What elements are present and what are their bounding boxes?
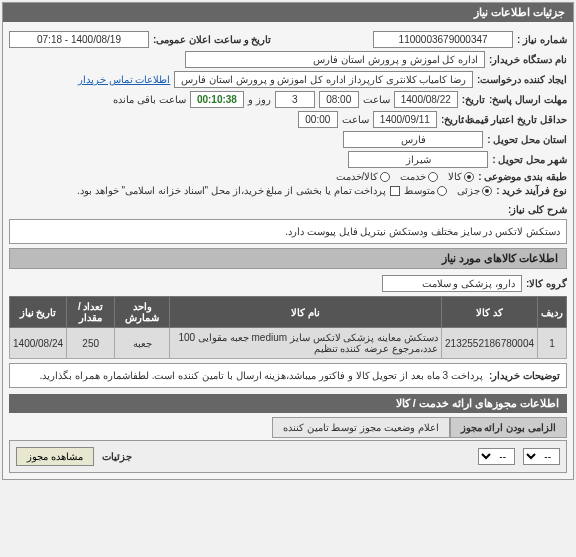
province-label: استان محل تحویل : (487, 134, 567, 145)
purchase-type-label: نوع فرآیند خرید : (496, 185, 567, 196)
validity-label: حداقل تاریخ اعتبار قیمت: (477, 114, 567, 125)
contact-buyer-link[interactable]: اطلاعات تماس خریدار (78, 74, 171, 85)
details-label: جزئیات (102, 451, 132, 462)
radio-medium-label: متوسط (404, 185, 435, 196)
need-no-value: 1100003679000347 (373, 31, 513, 48)
cell-date: 1400/08/24 (10, 328, 67, 359)
validity-until-label: تا تاریخ: (441, 114, 473, 125)
public-datetime-value: 1400/08/19 - 07:18 (9, 31, 149, 48)
treasury-checkbox[interactable] (390, 186, 400, 196)
table-row: 1 2132552186780004 دستکش معاینه پزشکی لا… (10, 328, 567, 359)
creator-label: ایجاد کننده درخواست: (477, 74, 567, 85)
category-label: طبقه بندی موضوعی : (478, 171, 567, 182)
cell-unit: جعبه (115, 328, 170, 359)
radio-goods[interactable] (464, 172, 474, 182)
purchase-type-radio-group: جزئی متوسط (404, 185, 492, 196)
need-no-label: شماره نیاز : (517, 34, 567, 45)
view-auth-button[interactable]: مشاهده مجوز (16, 447, 94, 466)
radio-service-label: خدمت (400, 171, 426, 182)
radio-service[interactable] (428, 172, 438, 182)
buyer-note-text: پرداخت 3 ماه بعد از تحویل کالا و فاکتور … (40, 370, 483, 381)
th-name: نام کالا (170, 297, 442, 328)
cell-code: 2132552186780004 (442, 328, 538, 359)
treasury-note: پرداخت تمام یا بخشی از مبلغ خرید،از محل … (77, 185, 386, 196)
validity-date-value: 1400/09/11 (373, 111, 437, 128)
remaining-label: ساعت باقی مانده (113, 94, 186, 105)
radio-medium[interactable] (437, 186, 447, 196)
reply-deadline-label: مهلت ارسال پاسخ: (489, 94, 567, 105)
items-table: ردیف کد کالا نام کالا واحد شمارش تعداد /… (9, 296, 567, 359)
group-value: دارو، پزشکی و سلامت (382, 275, 522, 292)
creator-value: رضا کامیاب کلانتری کارپرداز اداره کل امو… (174, 71, 473, 88)
remaining-value: 00:10:38 (190, 91, 244, 108)
th-qty: تعداد / مقدار (67, 297, 115, 328)
radio-goods-label: کالا (448, 171, 462, 182)
need-description: دستکش لاتکس در سایز مختلف ودستکش نیتریل … (9, 219, 567, 244)
th-unit: واحد شمارش (115, 297, 170, 328)
desc-label: شرح کلی نیاز: (508, 204, 567, 215)
days-label: روز و (248, 94, 271, 105)
items-panel-header: اطلاعات کالاهای مورد نیاز (9, 248, 567, 269)
tab-mandatory-auth[interactable]: الزامی بودن ارائه مجوز (450, 417, 567, 438)
reply-date-value: 1400/08/22 (394, 91, 458, 108)
radio-partial-label: جزئی (457, 185, 480, 196)
radio-goods-service[interactable] (380, 172, 390, 182)
days-value: 3 (275, 91, 315, 108)
cell-qty: 250 (67, 328, 115, 359)
buyer-note-label: توضیحات خریدار: (489, 370, 560, 381)
auth-select-2[interactable]: -- (478, 448, 515, 465)
auth-select-1[interactable]: -- (523, 448, 560, 465)
time-label-2: ساعت (342, 114, 369, 125)
reply-date-label: تاریخ: (462, 94, 485, 105)
auth-panel-header: اطلاعات مجوزهای ارائه خدمت / کالا (9, 394, 567, 413)
buyer-label: نام دستگاه خریدار: (489, 54, 567, 65)
group-label: گروه کالا: (526, 278, 567, 289)
validity-time-value: 00:00 (298, 111, 338, 128)
th-code: کد کالا (442, 297, 538, 328)
time-label-1: ساعت (363, 94, 390, 105)
reply-time-value: 08:00 (319, 91, 359, 108)
th-idx: ردیف (538, 297, 567, 328)
cell-idx: 1 (538, 328, 567, 359)
public-datetime-label: تاریخ و ساعت اعلان عمومی: (153, 34, 271, 45)
city-label: شهر محل تحویل : (492, 154, 567, 165)
buyer-value: اداره کل اموزش و پرورش استان فارس (185, 51, 485, 68)
city-value: شیراز (348, 151, 488, 168)
category-radio-group: کالا خدمت کالا/خدمت (336, 171, 475, 182)
tab-supplier-auth-status[interactable]: اعلام وضعیت مجوز توسط تامین کننده (272, 417, 450, 438)
radio-partial[interactable] (482, 186, 492, 196)
th-date: تاریخ نیاز (10, 297, 67, 328)
radio-goods-service-label: کالا/خدمت (336, 171, 379, 182)
province-value: فارس (343, 131, 483, 148)
panel-need-details-header: جزئیات اطلاعات نیاز (3, 3, 573, 22)
cell-name: دستکش معاینه پزشکی لاتکس سایز medium جعب… (170, 328, 442, 359)
